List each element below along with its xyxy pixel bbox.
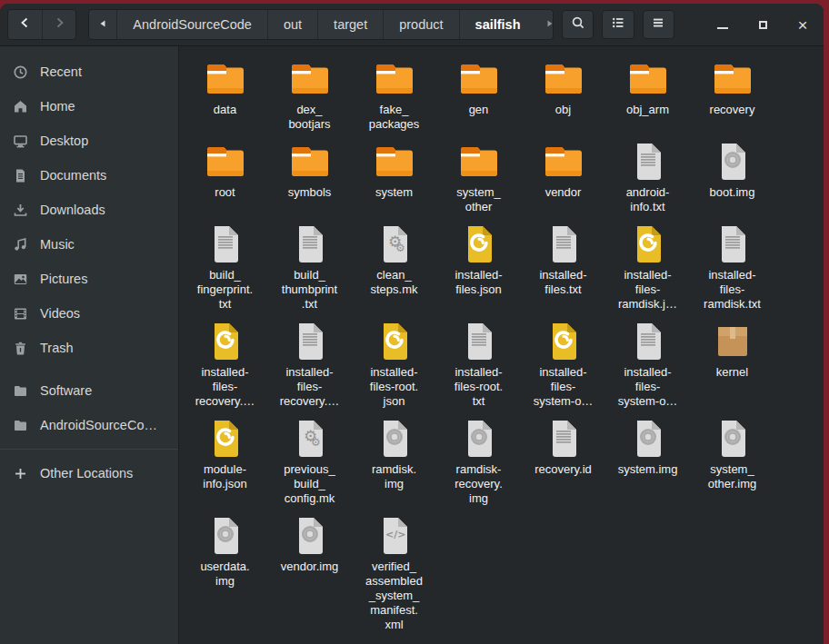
breadcrumb-scroll-right-button[interactable]	[536, 10, 554, 39]
file-item-installed-files-root.json[interactable]: installed- files-root. json	[352, 320, 436, 409]
json-file-icon	[542, 320, 585, 363]
file-item-obj[interactable]: obj	[521, 57, 605, 132]
file-item-label: vendor	[545, 185, 582, 200]
json-file-icon	[204, 320, 247, 363]
folder-icon	[711, 57, 754, 101]
file-item-installed-files-system-o[interactable]: installed- files- system-o…	[521, 320, 605, 409]
file-item-verified_assembled_system_manifest.xml[interactable]: </>verified_ assembled _system_ manifest…	[352, 514, 436, 632]
file-item-label: installed- files- recovery.…	[280, 365, 340, 409]
file-item-data[interactable]: data	[183, 57, 267, 132]
text-file-icon	[204, 223, 247, 266]
breadcrumb-segment-out[interactable]: out	[268, 10, 318, 39]
file-item-label: installed- files-root. txt	[454, 365, 503, 409]
file-item-symbols[interactable]: symbols	[267, 140, 352, 214]
file-item-kernel[interactable]: kernel	[690, 320, 774, 409]
file-item-installed-files.json[interactable]: installed- files.json	[436, 223, 521, 312]
sidebar-item-other-locations[interactable]: Other Locations	[0, 456, 178, 490]
file-item-label: system_ other	[456, 185, 500, 214]
minimize-button[interactable]	[711, 13, 734, 36]
file-item-dex_bootjars[interactable]: dex_ bootjars	[267, 57, 352, 132]
file-item-label: android- info.txt	[626, 185, 670, 214]
file-item-build_fingerprint.txt[interactable]: build_ fingerprint. txt	[183, 223, 267, 312]
file-item-label: boot.img	[710, 185, 755, 200]
file-item-label: module- info.json	[203, 462, 246, 491]
folder-icon	[542, 57, 585, 101]
breadcrumb-segment-androidsourcecode[interactable]: AndroidSourceCode	[117, 10, 268, 39]
text-file-icon	[288, 223, 332, 266]
forward-button[interactable]	[42, 10, 75, 39]
sidebar-item-recent[interactable]: Recent	[0, 54, 178, 89]
file-item-gen[interactable]: gen	[436, 57, 521, 132]
clock-icon	[13, 64, 28, 80]
file-item-installed-files-root.txt[interactable]: installed- files-root. txt	[436, 320, 521, 409]
nav-button-group	[7, 9, 76, 40]
file-item-ramdisk-recovery.img[interactable]: ramdisk- recovery. img	[436, 417, 521, 506]
svg-text:⚙: ⚙	[395, 242, 405, 254]
file-item-installed-files-ramdisk.txt[interactable]: installed- files- ramdisk.txt	[690, 223, 774, 312]
sidebar-item-label: Pictures	[40, 272, 87, 286]
sidebar-item-videos[interactable]: Videos	[0, 296, 178, 331]
view-toggle-button[interactable]	[602, 10, 634, 39]
file-item-installed-files-recovery[interactable]: installed- files- recovery.…	[267, 320, 352, 409]
file-item-installed-files-system-o[interactable]: installed- files- system-o…	[605, 320, 690, 409]
sidebar-item-home[interactable]: Home	[0, 89, 178, 124]
file-item-installed-files.txt[interactable]: installed- files.txt	[521, 223, 605, 312]
file-item-recovery[interactable]: recovery	[690, 57, 774, 132]
sidebar-item-software[interactable]: Software	[0, 373, 178, 408]
breadcrumb-scroll-left-button[interactable]	[89, 10, 117, 39]
list-view-icon	[611, 15, 625, 34]
file-item-build_thumbprint.txt[interactable]: build_ thumbprint .txt	[267, 223, 352, 312]
file-item-vendor[interactable]: vendor	[521, 140, 605, 214]
sidebar-item-desktop[interactable]: Desktop	[0, 124, 178, 158]
sidebar-item-label: Downloads	[40, 203, 105, 217]
menu-button[interactable]	[643, 10, 674, 39]
file-item-label: data	[214, 103, 236, 117]
breadcrumb-segment-target[interactable]: target	[318, 10, 384, 39]
makefile-icon: ⚙⚙	[373, 223, 416, 266]
sidebar-item-music[interactable]: Music	[0, 227, 178, 262]
breadcrumb-segment-product[interactable]: product	[384, 10, 459, 39]
plus-icon	[13, 466, 28, 481]
triangle-right-icon	[544, 17, 554, 32]
search-button[interactable]	[562, 10, 594, 39]
file-item-android-info.txt[interactable]: android- info.txt	[605, 140, 690, 214]
sidebar-item-androidsourceco[interactable]: AndroidSourceCo…	[0, 408, 178, 442]
file-item-installed-files-recovery[interactable]: installed- files- recovery.…	[183, 320, 267, 409]
file-item-previous_build_config.mk[interactable]: ⚙⚙previous_ build_ config.mk	[267, 417, 352, 506]
folder-icon	[542, 140, 585, 183]
close-button[interactable]: ×	[791, 13, 814, 36]
maximize-button[interactable]	[751, 13, 774, 36]
file-item-system_other.img[interactable]: system_ other.img	[690, 417, 774, 506]
file-item-clean_steps.mk[interactable]: ⚙⚙clean_ steps.mk	[352, 223, 436, 312]
breadcrumb-segment-sailfish[interactable]: sailfish	[460, 10, 536, 39]
file-item-system[interactable]: system	[352, 140, 436, 214]
file-item-label: installed- files- system-o…	[534, 365, 594, 409]
file-item-label: clean_ steps.mk	[370, 268, 417, 297]
sidebar-item-downloads[interactable]: Downloads	[0, 193, 178, 227]
file-item-recovery.id[interactable]: recovery.id	[521, 417, 605, 506]
disk-image-icon	[288, 514, 332, 558]
file-item-label: ramdisk. img	[372, 462, 416, 491]
file-item-label: installed- files- recovery.…	[195, 365, 255, 409]
file-item-ramdisk.img[interactable]: ramdisk. img	[352, 417, 436, 506]
file-item-label: installed- files- ramdisk.j…	[618, 268, 677, 312]
folder-icon	[373, 140, 416, 183]
file-item-label: userdata. img	[200, 560, 249, 589]
file-item-installed-files-ramdisk.j[interactable]: installed- files- ramdisk.j…	[605, 223, 690, 312]
sidebar-item-documents[interactable]: Documents	[0, 158, 178, 193]
file-item-obj_arm[interactable]: obj_arm	[605, 57, 690, 132]
maximize-icon	[759, 21, 767, 29]
file-item-fake_packages[interactable]: fake_ packages	[352, 57, 436, 132]
back-button[interactable]	[8, 10, 42, 39]
file-item-boot.img[interactable]: boot.img	[690, 140, 774, 214]
sidebar-item-trash[interactable]: Trash	[0, 331, 178, 365]
file-item-label: previous_ build_ config.mk	[284, 462, 335, 506]
file-item-system_other[interactable]: system_ other	[436, 140, 521, 214]
file-item-system.img[interactable]: system.img	[605, 417, 690, 506]
file-item-vendor.img[interactable]: vendor.img	[267, 514, 352, 632]
file-item-userdata.img[interactable]: userdata. img	[183, 514, 267, 632]
sidebar-item-pictures[interactable]: Pictures	[0, 262, 178, 296]
file-item-module-info.json[interactable]: module- info.json	[183, 417, 267, 506]
file-item-root[interactable]: root	[183, 140, 267, 214]
sidebar: RecentHomeDesktopDocumentsDownloadsMusic…	[0, 46, 179, 644]
